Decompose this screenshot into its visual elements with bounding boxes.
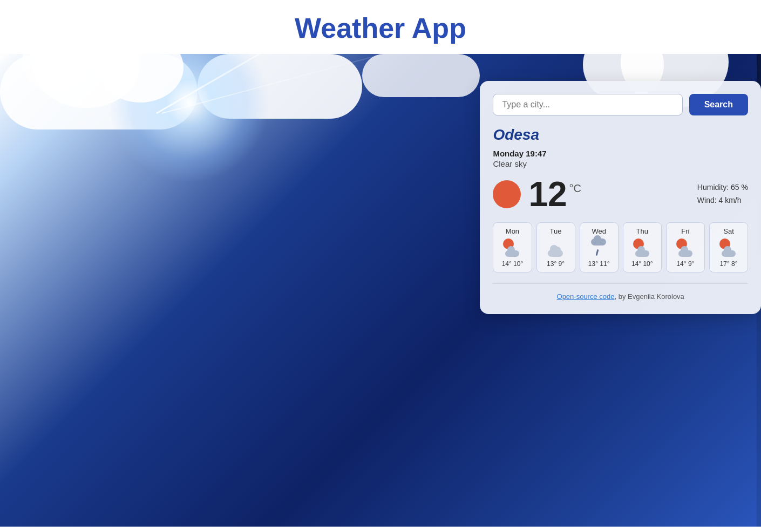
forecast-temps: 13° 11° (583, 260, 615, 268)
forecast-card: Fri 14° 9° (666, 222, 705, 272)
open-source-link[interactable]: Open-source code (557, 292, 615, 301)
city-name: Odesa (493, 126, 748, 144)
forecast-card: Sat 17° 8° (709, 222, 748, 272)
humidity: Humidity: 65 % (697, 181, 748, 194)
app-title: Weather App (0, 12, 761, 44)
forecast-icon (503, 238, 521, 257)
forecast-day: Sat (713, 227, 744, 235)
forecast-temps: 14° 9° (670, 260, 701, 268)
footer-author: , by Evgeniia Korolova (614, 292, 684, 301)
card-footer: Open-source code, by Evgeniia Korolova (493, 283, 748, 301)
weather-icon-main (493, 180, 521, 208)
forecast-icon (590, 238, 608, 257)
temperature-block: 12 °C (528, 177, 581, 212)
forecast-day: Tue (540, 227, 572, 235)
forecast-temps: 17° 8° (713, 260, 744, 268)
search-input[interactable] (493, 94, 682, 115)
forecast-card: Tue 13° 9° (536, 222, 575, 272)
forecast-icon (676, 238, 695, 257)
forecast-icon (547, 238, 565, 257)
wind: Wind: 4 km/h (697, 194, 748, 207)
temperature-unit: °C (569, 182, 581, 195)
forecast-temps: 14° 10° (627, 260, 658, 268)
app-header: Weather App (0, 0, 761, 54)
datetime: Monday 19:47 (493, 149, 748, 158)
forecast-row: Mon 14° 10°Tue 13° 9°Wed 13° 11°Thu 14° … (493, 222, 748, 272)
weather-card: Search Odesa Monday 19:47 Clear sky 12 °… (480, 81, 761, 314)
search-button[interactable]: Search (689, 94, 748, 115)
forecast-day: Fri (670, 227, 701, 235)
condition: Clear sky (493, 159, 748, 168)
forecast-day: Wed (583, 227, 615, 235)
forecast-icon (633, 238, 651, 257)
weather-details: Humidity: 65 % Wind: 4 km/h (697, 181, 748, 207)
cloud-right-mid (362, 54, 480, 97)
temperature-value: 12 (528, 177, 567, 212)
forecast-day: Mon (497, 227, 528, 235)
forecast-temps: 14° 10° (497, 260, 528, 268)
current-weather: 12 °C Humidity: 65 % Wind: 4 km/h (493, 177, 748, 212)
forecast-card: Thu 14° 10° (623, 222, 662, 272)
forecast-card: Mon 14° 10° (493, 222, 532, 272)
search-row: Search (493, 94, 748, 115)
forecast-icon (719, 238, 738, 257)
forecast-day: Thu (627, 227, 658, 235)
scrollbar-thumb[interactable] (757, 54, 761, 86)
forecast-temps: 13° 9° (540, 260, 572, 268)
forecast-card: Wed 13° 11° (580, 222, 619, 272)
sky-background: Search Odesa Monday 19:47 Clear sky 12 °… (0, 54, 761, 527)
